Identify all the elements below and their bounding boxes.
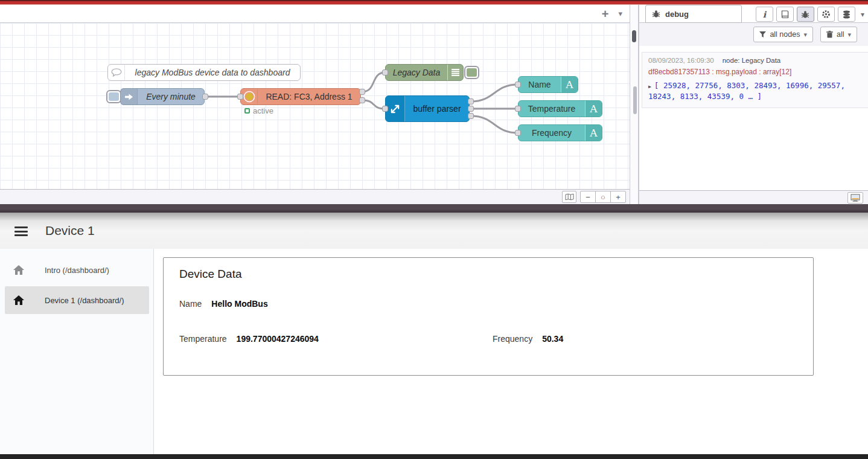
- text-A-icon: A: [561, 77, 578, 92]
- debug-sidebar: debug i ▾: [639, 5, 868, 204]
- input-port[interactable]: [515, 106, 521, 112]
- sidebar-item-device-1[interactable]: Device 1 (/dashboard/): [5, 286, 149, 314]
- gear-icon: [822, 10, 831, 19]
- book-icon: [780, 10, 789, 18]
- bug-icon: [801, 10, 809, 19]
- debug-message-list[interactable]: 08/09/2023, 16:09:30 node: Legacy Data d…: [639, 46, 868, 190]
- debug-list-icon: [447, 65, 463, 80]
- inject-arrow-icon: [121, 89, 138, 104]
- input-port[interactable]: [515, 82, 521, 88]
- debug-node[interactable]: Legacy Data: [385, 64, 464, 81]
- sidebar-scrollbar-thumb[interactable]: [633, 86, 637, 114]
- debug-message[interactable]: 08/09/2023, 16:09:30 node: Legacy Data d…: [642, 52, 868, 108]
- field-value: Hello ModBus: [211, 299, 267, 309]
- ui-text-node-name[interactable]: Name A: [518, 76, 578, 93]
- sidebar-item-intro[interactable]: Intro (/dashboard/): [5, 256, 149, 284]
- field-value: 50.34: [542, 334, 563, 344]
- zoom-reset-button[interactable]: ○: [595, 191, 611, 203]
- info-icon: i: [763, 10, 766, 19]
- add-flow-button[interactable]: +: [602, 8, 609, 20]
- buffer-parser-node[interactable]: buffer parser: [385, 95, 470, 122]
- home-icon: [13, 265, 25, 275]
- zoom-controls: − ○ +: [580, 191, 626, 203]
- device-data-card: Device Data Name Hello ModBus Temperatur…: [163, 257, 814, 376]
- window-separator: [0, 204, 868, 213]
- funnel-icon: [759, 31, 766, 37]
- text-A-icon: A: [585, 101, 602, 117]
- wire-read-to-debug[interactable]: [362, 72, 385, 92]
- modbus-flower-icon: [241, 89, 258, 104]
- debug-messages-button[interactable]: [797, 7, 814, 22]
- window-top-edge: [0, 0, 868, 5]
- home-icon: [13, 295, 25, 305]
- comment-node[interactable]: legacy ModBus device data to dashboard: [107, 64, 301, 81]
- ui-text-frequency-label: Frequency: [519, 128, 585, 138]
- config-nodes-button[interactable]: [817, 7, 835, 22]
- comment-node-label: legacy ModBus device data to dashboard: [125, 68, 300, 77]
- text-A-icon: A: [585, 125, 602, 141]
- debug-node-label: Legacy Data: [386, 68, 447, 77]
- output-port[interactable]: [468, 113, 474, 119]
- input-port[interactable]: [515, 130, 521, 136]
- output-port[interactable]: [468, 98, 474, 104]
- field-temperature: Temperature 199.77000427246094: [179, 334, 319, 344]
- inject-button[interactable]: [106, 90, 121, 103]
- expand-payload-arrow-icon[interactable]: ▶: [648, 84, 651, 89]
- page-title: Device 1: [45, 223, 95, 238]
- inject-node-label: Every minute: [138, 92, 204, 101]
- hamburger-menu-icon[interactable]: [14, 226, 28, 236]
- output-port[interactable]: [359, 97, 365, 103]
- output-port[interactable]: [468, 106, 474, 112]
- ui-text-name-label: Name: [519, 80, 561, 89]
- trash-icon: [826, 31, 833, 38]
- dashboard-header: Device 1: [0, 213, 868, 249]
- ui-text-node-frequency[interactable]: Frequency A: [518, 124, 602, 141]
- open-debug-window-button[interactable]: [847, 192, 863, 204]
- input-port[interactable]: [382, 106, 388, 112]
- field-label: Temperature: [179, 334, 227, 344]
- editor-footer: − ○ +: [0, 189, 630, 204]
- node-status: active: [244, 106, 273, 115]
- debug-filter-row: all nodes ▾ all ▾: [639, 23, 868, 46]
- modbus-read-node[interactable]: READ: FC3, Address 1: [240, 88, 361, 105]
- info-button[interactable]: i: [756, 7, 773, 22]
- help-book-button[interactable]: [776, 7, 794, 22]
- buffer-parser-node-label: buffer parser: [405, 104, 469, 114]
- ui-text-node-temperature[interactable]: Temperature A: [518, 100, 602, 117]
- output-port[interactable]: [359, 89, 365, 95]
- sidebar-toolbar: i ▾: [756, 7, 864, 22]
- clear-messages-button[interactable]: all ▾: [820, 27, 857, 42]
- context-data-button[interactable]: [838, 7, 855, 22]
- filter-nodes-button[interactable]: all nodes ▾: [753, 27, 813, 42]
- navigator-map-button[interactable]: [562, 191, 576, 203]
- card-title: Device Data: [179, 268, 242, 281]
- wire-parser-to-name[interactable]: [471, 85, 518, 101]
- filter-nodes-label: all nodes: [770, 30, 800, 39]
- debug-toggle-button[interactable]: [464, 66, 479, 79]
- message-property-path: df8ecbd817357113 : msg.payload : array[1…: [648, 68, 863, 76]
- debug-toggle-face: [467, 68, 477, 77]
- expand-arrows-icon: [386, 96, 405, 121]
- scrollbar-track[interactable]: [630, 5, 639, 204]
- message-source-node[interactable]: node: Legacy Data: [723, 57, 781, 64]
- input-port[interactable]: [382, 69, 388, 75]
- dashboard-sidebar: Intro (/dashboard/) Device 1 (/dashboard…: [0, 249, 154, 454]
- tab-debug-label: debug: [665, 10, 689, 19]
- flow-canvas[interactable]: legacy ModBus device data to dashboard E…: [0, 23, 630, 189]
- canvas-scrollbar-thumb[interactable]: [632, 30, 636, 42]
- field-value: 199.77000427246094: [237, 334, 319, 344]
- zoom-in-button[interactable]: +: [610, 191, 626, 203]
- inject-node[interactable]: Every minute: [120, 88, 205, 105]
- tab-debug[interactable]: debug: [645, 5, 742, 23]
- dashboard: Device 1 Intro (/dashboard/) Device 1 (/…: [0, 213, 868, 454]
- sidebar-menu-chevron-down-icon[interactable]: ▾: [861, 10, 864, 19]
- field-frequency: Frequency 50.34: [493, 334, 563, 344]
- screen: + ▾ legacy ModBus device data to dashboa…: [0, 0, 868, 459]
- field-label: Frequency: [493, 334, 532, 344]
- input-port[interactable]: [237, 94, 243, 100]
- zoom-out-button[interactable]: −: [580, 191, 596, 203]
- wire-parser-to-frequency[interactable]: [471, 116, 518, 133]
- sidebar-item-label: Device 1 (/dashboard/): [45, 296, 124, 305]
- flow-list-chevron-down-icon[interactable]: ▾: [618, 9, 622, 18]
- output-port[interactable]: [202, 94, 208, 100]
